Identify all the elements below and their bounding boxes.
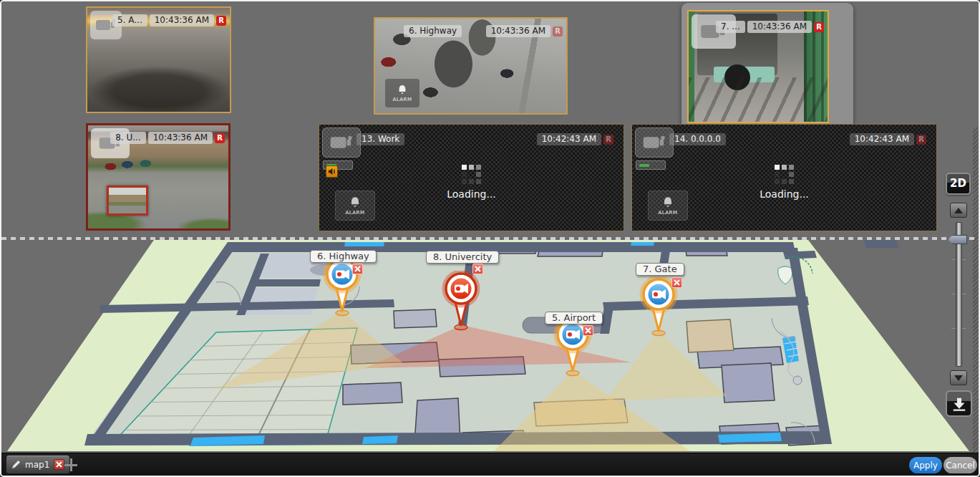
camera-name-label: 14. 0.0.0.0 (669, 133, 726, 145)
bottom-bar: map1 Apply Cancel (1, 453, 980, 477)
marker-label-univercity[interactable]: 8. Univercity (426, 251, 499, 264)
camera-time-label: 10:43:36 AM (486, 25, 550, 37)
apply-button[interactable]: Apply (909, 457, 942, 473)
camera-name-label: 7. ... (716, 21, 745, 33)
marker-label-airport[interactable]: 5. Airport (545, 312, 603, 324)
camera-tile-8[interactable]: 8. U... 10:43:36 AM R (86, 123, 231, 231)
camera-time-label: 10:42:43 AM (850, 133, 914, 145)
loading-text: Loading... (760, 188, 809, 200)
camera-time-label: 10:42:43 AM (537, 133, 601, 145)
camera-name-label: 13. Work (356, 133, 404, 145)
loading-spinner-icon (775, 165, 794, 184)
camera-icon (635, 127, 674, 158)
alarm-button[interactable]: ALARM (385, 79, 419, 107)
marker-close-icon[interactable] (671, 277, 682, 288)
marker-close-icon[interactable] (583, 325, 593, 336)
cancel-button[interactable]: Cancel (943, 457, 977, 473)
map-area[interactable]: 6. Highway 8. Univercity 7. Gate 5. Airp… (1, 236, 980, 453)
camera-tiles-area: 5. A... 10:43:36 AM R 6. Highway 10:43:3… (1, 1, 980, 238)
marker-label-gate[interactable]: 7. Gate (636, 263, 684, 276)
bell-icon (349, 196, 362, 209)
audio-speaker-icon[interactable] (326, 165, 338, 178)
bell-icon (397, 85, 408, 96)
server-status-icon (636, 160, 666, 170)
recording-badge: R (553, 26, 563, 37)
recording-badge: R (814, 22, 824, 32)
arrow-into-tray-icon (951, 395, 968, 413)
camera-tile-6[interactable]: 6. Highway 10:43:36 AM R ALARM (374, 17, 568, 115)
loading-text: Loading... (447, 188, 496, 200)
camera-tile-14[interactable]: 14. 0.0.0.0 10:42:43 AM R Loading... ALA… (631, 124, 937, 231)
camera-tile-13[interactable]: 13. Work 10:42:43 AM R Loading... ALARM (319, 124, 624, 231)
alarm-button-label: ALARM (658, 210, 677, 216)
camera-time-label: 10:43:36 AM (747, 21, 812, 33)
map-tab[interactable]: map1 (6, 455, 70, 474)
alarm-button[interactable]: ALARM (648, 191, 688, 221)
alarm-button-label: ALARM (345, 210, 364, 216)
camera-tile-7[interactable]: 7. ... 10:43:36 AM R (687, 10, 829, 123)
marker-label-highway[interactable]: 6. Highway (310, 250, 377, 263)
scroll-up-button[interactable] (950, 203, 967, 218)
picture-in-picture-thumbnail[interactable] (107, 186, 148, 216)
down-arrow-icon (954, 375, 963, 381)
app-window: 5. A... 10:43:36 AM R 6. Highway 10:43:3… (0, 0, 980, 477)
ground-shadow-shape (689, 77, 828, 122)
camera-tile-5[interactable]: 5. A... 10:43:36 AM R (86, 6, 231, 113)
scroll-down-button[interactable] (950, 370, 967, 385)
alarm-button-label: ALARM (392, 97, 412, 102)
alarm-button[interactable]: ALARM (335, 191, 375, 221)
camera-name-label: 5. A... (112, 14, 147, 26)
map-tab-close-icon[interactable] (54, 459, 64, 470)
recording-badge: R (215, 133, 225, 143)
recording-badge: R (216, 16, 226, 26)
camera-icon (322, 127, 361, 158)
right-edge-texture (973, 127, 980, 453)
camera-time-label: 10:43:36 AM (148, 132, 213, 144)
camera-time-label: 10:43:36 AM (150, 14, 214, 26)
camera-name-label: 6. Highway (404, 25, 462, 37)
recording-badge: R (916, 135, 926, 145)
pencil-icon (11, 460, 21, 469)
marker-close-icon[interactable] (352, 264, 363, 274)
up-arrow-icon (954, 208, 963, 213)
recording-badge: R (603, 135, 613, 145)
floor-plan-map (1, 236, 980, 453)
bell-icon (661, 196, 674, 209)
map-pin-univercity[interactable] (441, 271, 481, 331)
view-2d-toggle-button[interactable]: 2D (946, 173, 971, 195)
marker-close-icon[interactable] (472, 264, 483, 274)
loading-spinner-icon (462, 165, 481, 184)
collapse-panel-button[interactable] (946, 390, 972, 417)
split-separator[interactable] (1, 237, 980, 240)
add-map-button[interactable] (64, 458, 77, 471)
map-tab-label: map1 (25, 460, 49, 470)
camera-name-label: 8. U... (110, 132, 146, 144)
